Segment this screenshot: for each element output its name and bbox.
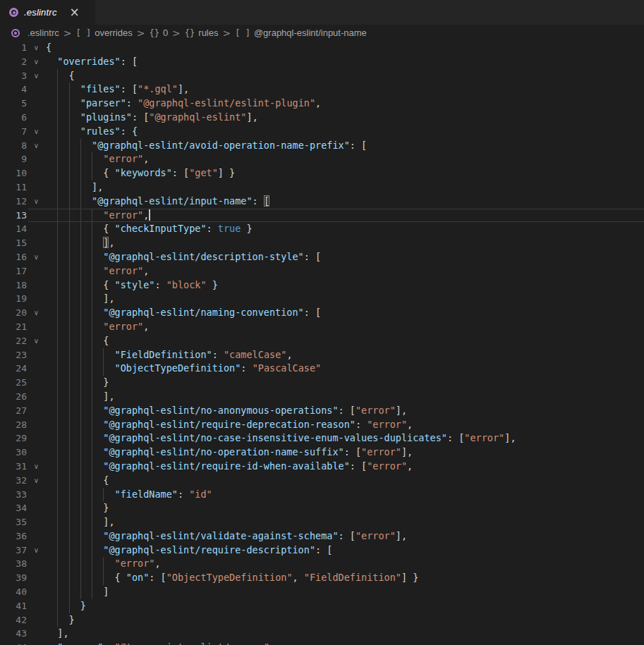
- code-line[interactable]: 35 ],: [0, 515, 644, 529]
- line-number[interactable]: 43: [0, 627, 27, 641]
- line-number[interactable]: 10: [0, 166, 27, 180]
- code-line[interactable]: 26 ],: [0, 390, 644, 404]
- code-line[interactable]: 19 ],: [0, 292, 644, 306]
- line-number[interactable]: 32: [0, 474, 27, 488]
- fold-chevron-icon[interactable]: ∨: [27, 306, 46, 320]
- code-line[interactable]: 33 "fieldName": "id": [0, 488, 644, 502]
- line-number[interactable]: 21: [0, 320, 27, 334]
- line-number[interactable]: 39: [0, 571, 27, 585]
- code-line[interactable]: 42 }: [0, 613, 644, 627]
- code-line[interactable]: 1∨{: [0, 41, 644, 55]
- line-number[interactable]: 29: [0, 431, 27, 446]
- line-number[interactable]: 3: [0, 69, 27, 83]
- fold-chevron-icon[interactable]: ∨: [27, 474, 46, 488]
- code-line[interactable]: 41 }: [0, 599, 644, 613]
- code-line[interactable]: 38 "error",: [0, 557, 644, 571]
- code-line[interactable]: 36 "@graphql-eslint/validate-against-sch…: [0, 529, 644, 543]
- line-number[interactable]: 30: [0, 446, 27, 460]
- line-number[interactable]: 35: [0, 515, 27, 529]
- fold-chevron-icon[interactable]: ∨: [27, 460, 46, 474]
- breadcrumb-item-0[interactable]: {}0: [149, 27, 168, 38]
- tab-eslintrc[interactable]: .eslintrc ×: [0, 0, 95, 25]
- line-number[interactable]: 17: [0, 264, 27, 278]
- line-number[interactable]: 22: [0, 334, 27, 348]
- code-line[interactable]: 5 "parser": "@graphql-eslint/eslint-plug…: [0, 97, 644, 111]
- code-line[interactable]: 2∨ "overrides": [: [0, 55, 644, 69]
- code-line[interactable]: 8∨ "@graphql-eslint/avoid-operation-name…: [0, 139, 644, 153]
- code-line[interactable]: 32∨ {: [0, 474, 644, 488]
- line-number[interactable]: 4: [0, 82, 27, 97]
- code-line[interactable]: 22∨ {: [0, 334, 644, 348]
- code-line[interactable]: 13 "error",: [0, 209, 644, 223]
- code-line[interactable]: 18 { "style": "block" }: [0, 278, 644, 293]
- fold-chevron-icon[interactable]: ∨: [27, 69, 46, 83]
- code-line[interactable]: 28 "@graphql-eslint/require-deprecation-…: [0, 418, 644, 432]
- fold-chevron-icon[interactable]: ∨: [27, 41, 46, 55]
- line-number[interactable]: 24: [0, 362, 27, 376]
- code-line[interactable]: 4 "files": ["*.gql"],: [0, 82, 644, 97]
- code-line[interactable]: 40 ]: [0, 585, 644, 599]
- code-line[interactable]: 16∨ "@graphql-eslint/description-style":…: [0, 250, 644, 264]
- code-line[interactable]: 30 "@graphql-eslint/no-operation-name-su…: [0, 446, 644, 460]
- fold-chevron-icon[interactable]: ∨: [27, 139, 46, 153]
- line-number[interactable]: 20: [0, 306, 27, 320]
- breadcrumb-item-overrides[interactable]: [ ]overrides: [76, 27, 133, 38]
- line-number[interactable]: 23: [0, 348, 27, 362]
- code-line[interactable]: 37∨ "@graphql-eslint/require-description…: [0, 543, 644, 558]
- code-line[interactable]: 24 "ObjectTypeDefinition": "PascalCase": [0, 362, 644, 376]
- fold-chevron-icon[interactable]: ∨: [27, 195, 46, 209]
- breadcrumb-item--eslintrc[interactable]: .eslintrc: [11, 27, 59, 38]
- line-number[interactable]: 31: [0, 460, 27, 474]
- line-number[interactable]: 34: [0, 501, 27, 515]
- code-line[interactable]: 20∨ "@graphql-eslint/naming-convention":…: [0, 306, 644, 320]
- line-number[interactable]: 9: [0, 152, 27, 166]
- line-number[interactable]: 25: [0, 376, 27, 390]
- code-line[interactable]: 10 { "keywords": ["get"] }: [0, 166, 644, 180]
- breadcrumb-item--graphql-eslint-input-name[interactable]: [ ]@graphql-eslint/input-name: [235, 27, 367, 38]
- line-number[interactable]: 28: [0, 418, 27, 432]
- line-number[interactable]: 37: [0, 543, 27, 558]
- code-line[interactable]: 31∨ "@graphql-eslint/require-id-when-ava…: [0, 460, 644, 474]
- code-line[interactable]: 12∨ "@graphql-eslint/input-name": [: [0, 195, 644, 209]
- line-number[interactable]: 42: [0, 613, 27, 627]
- code-line[interactable]: 21 "error",: [0, 320, 644, 334]
- line-number[interactable]: 2: [0, 55, 27, 69]
- code-line[interactable]: 27 "@graphql-eslint/no-anonymous-operati…: [0, 404, 644, 418]
- fold-chevron-icon[interactable]: ∨: [27, 55, 46, 69]
- code-line[interactable]: 17 "error",: [0, 264, 644, 278]
- fold-chevron-icon[interactable]: ∨: [27, 125, 46, 139]
- code-line[interactable]: 39 { "on": ["ObjectTypeDefinition", "Fie…: [0, 571, 644, 585]
- code-line[interactable]: 23 "FieldDefinition": "camelCase",: [0, 348, 644, 362]
- code-editor[interactable]: 1∨{2∨ "overrides": [3∨ {4 "files": ["*.g…: [0, 41, 644, 645]
- line-number[interactable]: 13: [0, 209, 27, 223]
- fold-chevron-icon[interactable]: ∨: [27, 250, 46, 264]
- code-line[interactable]: 9 "error",: [0, 152, 644, 166]
- fold-chevron-icon[interactable]: ∨: [27, 334, 46, 348]
- line-number[interactable]: 18: [0, 278, 27, 293]
- code-line[interactable]: 44 "parser": "@typescript-eslint/parser": [0, 641, 644, 645]
- line-number[interactable]: 16: [0, 250, 27, 264]
- line-number[interactable]: 15: [0, 236, 27, 250]
- line-number[interactable]: 12: [0, 195, 27, 209]
- code-line[interactable]: 7∨ "rules": {: [0, 125, 644, 139]
- fold-chevron-icon[interactable]: ∨: [27, 543, 46, 558]
- line-number[interactable]: 41: [0, 599, 27, 613]
- code-line[interactable]: 11 ],: [0, 180, 644, 195]
- code-line[interactable]: 14 { "checkInputType": true }: [0, 222, 644, 236]
- line-number[interactable]: 8: [0, 139, 27, 153]
- line-number[interactable]: 27: [0, 404, 27, 418]
- line-number[interactable]: 40: [0, 585, 27, 599]
- code-line[interactable]: 6 "plugins": ["@graphql-eslint"],: [0, 111, 644, 125]
- line-number[interactable]: 36: [0, 529, 27, 543]
- line-number[interactable]: 6: [0, 111, 27, 125]
- line-number[interactable]: 19: [0, 292, 27, 306]
- code-line[interactable]: 25 }: [0, 376, 644, 390]
- line-number[interactable]: 1: [0, 41, 27, 55]
- line-number[interactable]: 7: [0, 125, 27, 139]
- line-number[interactable]: 33: [0, 488, 27, 502]
- tab-close-icon[interactable]: ×: [70, 6, 80, 18]
- code-line[interactable]: 3∨ {: [0, 69, 644, 83]
- line-number[interactable]: 38: [0, 557, 27, 571]
- line-number[interactable]: 44: [0, 641, 27, 645]
- code-line[interactable]: 34 }: [0, 501, 644, 515]
